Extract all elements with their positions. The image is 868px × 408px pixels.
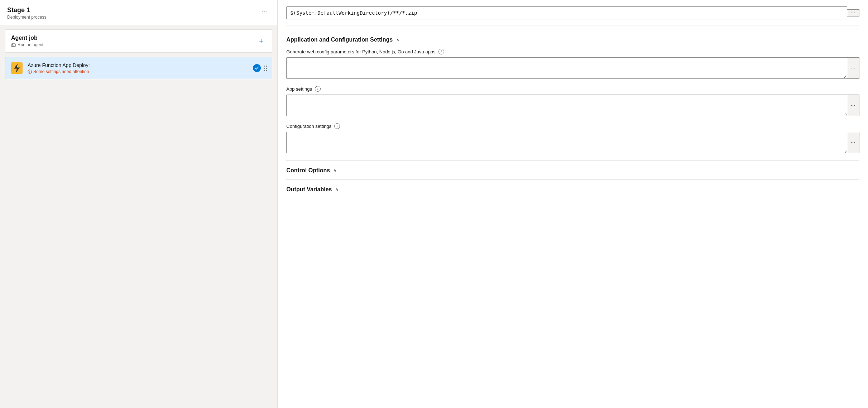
agent-job-subtitle-text: Run on agent — [18, 42, 43, 47]
app-settings-input-row: ··· — [286, 95, 859, 116]
agent-icon — [11, 43, 16, 47]
agent-job-title: Agent job — [11, 35, 43, 41]
generate-field-label-row: Generate web.config parameters for Pytho… — [286, 49, 859, 54]
config-settings-label-row: Configuration settings i — [286, 123, 859, 129]
top-input-area: ··· — [286, 0, 859, 25]
control-options-title: Control Options — [286, 167, 330, 174]
app-settings-label-row: App settings i — [286, 86, 859, 92]
output-variables-chevron[interactable]: ∨ — [336, 187, 339, 192]
generate-input[interactable] — [286, 57, 847, 79]
app-config-section-header: Application and Configuration Settings ∧ — [286, 29, 859, 49]
generate-field: Generate web.config parameters for Pytho… — [286, 49, 859, 79]
check-circle — [253, 64, 261, 72]
config-settings-input[interactable] — [286, 132, 847, 153]
generate-input-row: ··· — [286, 57, 859, 79]
svg-rect-1 — [12, 44, 13, 45]
svg-text:!: ! — [29, 70, 30, 73]
agent-job-info: Agent job Run on agent — [11, 35, 43, 47]
task-icon — [10, 62, 23, 75]
app-config-chevron[interactable]: ∧ — [396, 37, 399, 42]
stage-title: Stage 1 — [7, 6, 46, 14]
svg-rect-0 — [11, 44, 15, 46]
output-variables-title: Output Variables — [286, 186, 332, 193]
control-options-section[interactable]: Control Options ∨ — [286, 160, 859, 179]
stage-info: Stage 1 Deployment process — [7, 6, 46, 20]
config-settings-label: Configuration settings — [286, 124, 331, 129]
config-settings-input-row: ··· — [286, 132, 859, 153]
app-config-title: Application and Configuration Settings — [286, 37, 393, 43]
task-title: Azure Function App Deploy: — [28, 62, 249, 68]
stage-header: Stage 1 Deployment process ··· — [0, 0, 277, 25]
app-settings-label: App settings — [286, 86, 312, 92]
stage-more-button[interactable]: ··· — [259, 6, 270, 15]
task-item[interactable]: Azure Function App Deploy: ! Some settin… — [5, 57, 272, 79]
left-panel: Stage 1 Deployment process ··· Agent job… — [0, 0, 278, 408]
zip-path-more-button[interactable]: ··· — [847, 9, 859, 16]
warning-icon: ! — [28, 69, 32, 74]
app-settings-field: App settings i ··· — [286, 86, 859, 116]
app-settings-more-button[interactable]: ··· — [847, 95, 859, 116]
svg-rect-2 — [12, 45, 13, 45]
agent-job-subtitle: Run on agent — [11, 42, 43, 47]
output-variables-section[interactable]: Output Variables ∨ — [286, 179, 859, 193]
zip-path-input[interactable] — [286, 6, 847, 19]
config-settings-more-button[interactable]: ··· — [847, 132, 859, 153]
generate-info-icon[interactable]: i — [438, 49, 444, 54]
drag-handle[interactable] — [264, 66, 267, 71]
svg-rect-3 — [12, 43, 15, 43]
generate-more-button[interactable]: ··· — [847, 57, 859, 79]
add-task-button[interactable]: + — [256, 36, 267, 47]
task-actions — [253, 64, 267, 72]
app-settings-info-icon[interactable]: i — [315, 86, 321, 92]
task-warning: ! Some settings need attention — [28, 69, 249, 74]
control-options-chevron[interactable]: ∨ — [334, 168, 337, 173]
top-value-row: ··· — [286, 6, 859, 19]
task-info: Azure Function App Deploy: ! Some settin… — [28, 62, 249, 74]
app-settings-input[interactable] — [286, 95, 847, 116]
config-settings-field: Configuration settings i ··· — [286, 123, 859, 153]
generate-label: Generate web.config parameters for Pytho… — [286, 49, 435, 54]
config-settings-info-icon[interactable]: i — [334, 123, 340, 129]
agent-job-section: Agent job Run on agent + — [5, 29, 272, 53]
stage-subtitle: Deployment process — [7, 15, 46, 20]
right-panel: ··· Application and Configuration Settin… — [278, 0, 868, 408]
